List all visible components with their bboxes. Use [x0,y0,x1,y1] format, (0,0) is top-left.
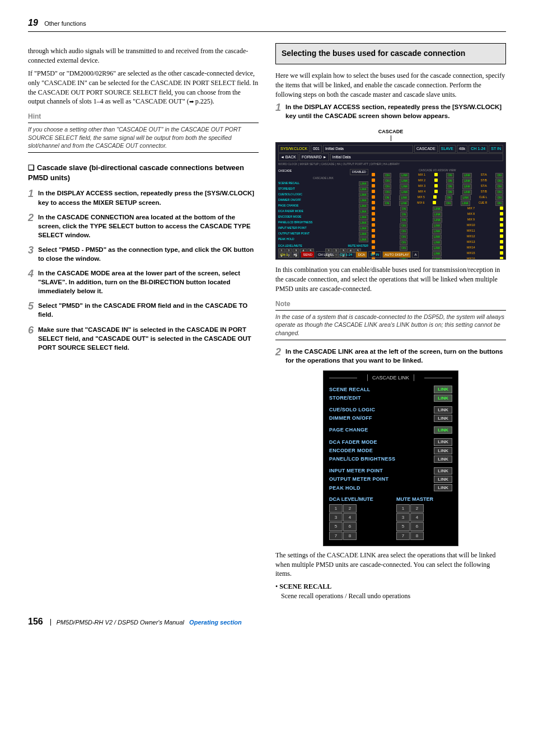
clp-grid-cell: 6 [410,522,424,530]
cascade-screenshot-figure: CASCADE SYS/W.CLOCK 001 Initial Data CAS… [275,126,506,260]
caption-line-icon [391,135,391,141]
scr-link-row: PAGE CHANGELINK [278,204,368,209]
intro-ref: p.225). [194,97,214,105]
right-step-body-1: In the DISPLAY ACCESS section, repeatedl… [285,102,506,120]
clp-grid-cell: 2 [343,504,357,513]
right-intro: Here we will explain how to select the b… [275,71,506,99]
hint-body: If you choose a setting other than "CASC… [28,123,259,153]
scr-mix-row: ONLINKMIX 3ONLINKST/AON [372,184,503,189]
cascade-screen-image: SYS/W.CLOCK 001 Initial Data CASCADE SLA… [275,142,506,260]
scr-stin-badge: ST IN [489,145,503,153]
intro-para-2-text: If "PM5D" or "DM2000/02R96" are selected… [28,69,258,105]
clp-grid-cell: 4 [343,513,357,522]
clp-label: PAGE CHANGE [329,426,368,434]
after-figure-para: In this combination you can enable/disab… [275,265,506,293]
scr-back-button: ◄ BACK [278,153,298,161]
clp-row: DCA FADER MODELINK [329,438,452,445]
scr-link-row: OUTPUT METER POINTLINK [278,232,368,237]
clp-label: PANEL/LCD BRIGHTNESS [329,456,395,463]
header-page-num: 19 [28,18,38,27]
scr-link-row: DCA FADER MODELINK [278,209,368,214]
right-step-body-2: In the CASCADE LINK area at the left of … [285,347,506,365]
clp-link-button: LINK [434,438,452,445]
scr-left-panel: CASCADEDISABLED CASCADE LINK SCENE RECAL… [278,168,368,260]
clp-row: INPUT METER POINTLINK [329,467,452,475]
scr-link-row: DIMMER ON/OFFLINK [278,198,368,203]
cascade-link-panel: CASCADE LINK SCENE RECALLLINKSTORE/EDITL… [323,370,458,546]
scr-mix-row: ONLINKMIX 1ONLINKST/AON [372,173,503,178]
step-body-3: Select "PM5D - PM5D" as the connection t… [38,245,259,263]
scr-link-row: SCENE RECALLLINK [278,181,368,186]
clp-label: DIMMER ON/OFF [329,415,372,422]
section-title: Selecting the buses used for cascade con… [275,43,506,64]
page-header: 19 Other functions [28,17,506,32]
scr-dca-btm: DCA [355,251,367,258]
scr-send: SEND [301,251,315,258]
clp-link-button: LINK [434,406,452,414]
step-number-6: 6 [28,325,38,352]
clp-label: PEAK HOLD [329,485,360,492]
left-column: through which audio signals will be tran… [28,43,259,602]
intro-para-1: through which audio signals will be tran… [28,46,259,65]
clp-grid-cell: 7 [329,532,343,540]
clp-grid-cell: 5 [329,522,343,530]
clp-link-button: LINK [434,415,452,422]
clp-link-button: LINK [434,395,452,402]
scr-mix-row: ONLINKMIX 7 [372,206,503,212]
intro-para-2: If "PM5D" or "DM2000/02R96" are selected… [28,69,259,106]
clp-row: PAGE CHANGELINK [329,426,452,434]
scr-dca-lbl: DCA LEVEL/MUTE [278,244,302,248]
left-step-2: 2 In the CASCADE CONNECTION area located… [28,213,259,240]
scr-stin-btm: ST IN [368,251,381,258]
after-clp-para: The settings of the CASCADE LINK area se… [275,551,506,579]
scr-mix-row: ONLINKMIX 8 [372,212,503,217]
bullet-scene-recall: • SCENE RECALL Scene recall operations /… [275,582,506,601]
clp-link-button: LINK [434,484,452,491]
scr-link-row: CUE/SOLO LOGICLINK [278,192,368,198]
scr-cascade-val: DISABLED [350,169,368,175]
left-step-5: 5 Select "PM5D" in the CASCADE FROM fiel… [28,301,259,319]
clp-label: SCENE RECALL [329,386,371,393]
scr-mix-row: ONLINKMIX 4ONLINKST/BON [372,190,503,195]
step-body-5: Select "PM5D" in the CASCADE FROM field … [38,301,259,319]
left-step-3: 3 Select "PM5D - PM5D" as the connection… [28,245,259,263]
clp-row: STORE/EDITLINK [329,395,452,402]
step-number-4: 4 [28,269,38,295]
clp-grid-cell: 2 [410,504,424,513]
scr-mix-row: ONLINKMIX 5ONLINKCUE LON [372,195,503,200]
scr-scene-num: 001 [311,145,322,153]
scr-hash: #1 [292,251,300,258]
scr-mix-row: ONLINKMIX 2ONLINKST/BON [372,179,503,184]
hint-label: Hint [28,112,259,123]
clp-grid-cell: 5 [396,522,410,530]
clp-grid-cell: 4 [410,513,424,522]
clp-grid-cell: 8 [410,532,424,540]
clp-grid-cell: 8 [343,532,357,540]
scr-mix-row: ONLINKMIX11 [372,229,503,234]
clp-label: ENCODER MODE [329,447,373,454]
right-column: Selecting the buses used for cascade con… [275,43,506,602]
scr-mix-row: ONLINKMIX 6ONLINKCUE RON [372,201,503,206]
scr-scene-name: Initial Data [323,145,413,153]
clp-dca-header: DCA LEVEL/MUTE [329,496,385,503]
clp-row: CUE/SOLO LOGICLINK [329,406,452,414]
step-body-1: In the DISPLAY ACCESS section, repeatedl… [38,189,259,206]
bullet-header: SCENE RECALL [279,583,331,590]
ref-arrow-icon [189,97,194,105]
clp-row: PEAK HOLDLINK [329,484,452,491]
subhead-text: Cascade slave (bi-directional cascade co… [28,163,244,182]
clp-link-button: LINK [434,467,452,475]
scr-link-row: PEAK HOLDLINK [278,237,368,242]
scr-assign-hdr: CASCADE I/O ASSIGN VIEW [372,168,503,172]
scr-link-row: ENCODER MODELINK [278,215,368,220]
step-number-5: 5 [28,301,38,319]
footer-section: Operating section [189,619,242,626]
clp-mute-header: MUTE MASTER [396,496,452,503]
scr-mix-row: ONLINKMIX13 [372,240,503,245]
scr-sys-label: SYS/W.CLOCK [278,145,310,153]
clp-row: ENCODER MODELINK [329,447,452,454]
scr-mute-lbl: MUTE MASTER [348,244,368,248]
clp-label: INPUT METER POINT [329,467,383,475]
clp-title: CASCADE LINK [367,374,414,382]
subhead-bullet-icon: ❏ [28,163,35,172]
